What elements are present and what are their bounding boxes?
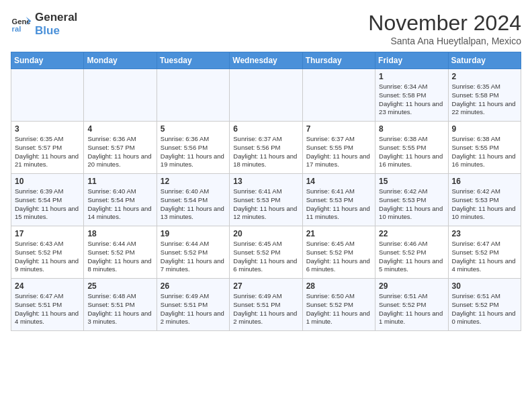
day-number: 7 xyxy=(306,124,372,134)
day-number: 6 xyxy=(233,124,299,134)
calendar-header-row: SundayMondayTuesdayWednesdayThursdayFrid… xyxy=(11,52,521,69)
logo: Gene ral General Blue xyxy=(11,11,77,38)
logo-icon: Gene ral xyxy=(11,13,32,35)
day-cell: 14Sunrise: 6:41 AM Sunset: 5:53 PM Dayli… xyxy=(302,174,375,226)
day-info: Sunrise: 6:51 AM Sunset: 5:52 PM Dayligh… xyxy=(379,292,443,325)
day-cell: 30Sunrise: 6:51 AM Sunset: 5:52 PM Dayli… xyxy=(448,279,521,331)
week-row-3: 10Sunrise: 6:39 AM Sunset: 5:54 PM Dayli… xyxy=(11,174,521,226)
day-number: 2 xyxy=(452,72,518,81)
day-cell: 29Sunrise: 6:51 AM Sunset: 5:52 PM Dayli… xyxy=(375,279,448,331)
day-info: Sunrise: 6:36 AM Sunset: 5:57 PM Dayligh… xyxy=(87,135,151,168)
header-tuesday: Tuesday xyxy=(157,52,229,69)
day-info: Sunrise: 6:42 AM Sunset: 5:53 PM Dayligh… xyxy=(379,187,443,220)
day-cell xyxy=(302,69,375,122)
day-cell: 12Sunrise: 6:40 AM Sunset: 5:54 PM Dayli… xyxy=(157,174,229,226)
day-cell: 15Sunrise: 6:42 AM Sunset: 5:53 PM Dayli… xyxy=(375,174,448,226)
day-info: Sunrise: 6:37 AM Sunset: 5:55 PM Dayligh… xyxy=(306,135,370,168)
page-header: Gene ral General Blue November 2024 Sant… xyxy=(11,11,521,46)
day-cell: 8Sunrise: 6:38 AM Sunset: 5:55 PM Daylig… xyxy=(375,122,448,174)
day-info: Sunrise: 6:39 AM Sunset: 5:54 PM Dayligh… xyxy=(15,187,79,220)
day-number: 22 xyxy=(379,229,445,238)
day-number: 23 xyxy=(452,229,518,238)
day-cell: 25Sunrise: 6:48 AM Sunset: 5:51 PM Dayli… xyxy=(84,279,157,331)
day-cell: 4Sunrise: 6:36 AM Sunset: 5:57 PM Daylig… xyxy=(84,122,157,174)
day-number: 12 xyxy=(161,177,226,186)
day-cell: 3Sunrise: 6:35 AM Sunset: 5:57 PM Daylig… xyxy=(11,122,84,174)
header-saturday: Saturday xyxy=(448,52,521,69)
day-number: 28 xyxy=(306,281,372,291)
day-cell: 9Sunrise: 6:38 AM Sunset: 5:55 PM Daylig… xyxy=(448,122,521,174)
day-cell: 10Sunrise: 6:39 AM Sunset: 5:54 PM Dayli… xyxy=(11,174,84,226)
day-number: 1 xyxy=(379,72,445,81)
day-info: Sunrise: 6:35 AM Sunset: 5:57 PM Dayligh… xyxy=(15,135,79,168)
day-number: 10 xyxy=(15,177,81,186)
day-cell: 18Sunrise: 6:44 AM Sunset: 5:52 PM Dayli… xyxy=(84,226,157,279)
day-info: Sunrise: 6:49 AM Sunset: 5:51 PM Dayligh… xyxy=(161,292,224,325)
day-number: 15 xyxy=(379,177,445,186)
day-cell: 11Sunrise: 6:40 AM Sunset: 5:54 PM Dayli… xyxy=(84,174,157,226)
logo-line1: General xyxy=(35,11,77,24)
day-info: Sunrise: 6:43 AM Sunset: 5:52 PM Dayligh… xyxy=(15,240,79,273)
week-row-2: 3Sunrise: 6:35 AM Sunset: 5:57 PM Daylig… xyxy=(11,122,521,174)
header-sunday: Sunday xyxy=(11,52,84,69)
day-cell: 26Sunrise: 6:49 AM Sunset: 5:51 PM Dayli… xyxy=(157,279,229,331)
day-info: Sunrise: 6:51 AM Sunset: 5:52 PM Dayligh… xyxy=(452,292,516,325)
day-info: Sunrise: 6:44 AM Sunset: 5:52 PM Dayligh… xyxy=(161,240,224,273)
day-number: 24 xyxy=(15,281,81,291)
day-cell: 5Sunrise: 6:36 AM Sunset: 5:56 PM Daylig… xyxy=(157,122,229,174)
day-info: Sunrise: 6:40 AM Sunset: 5:54 PM Dayligh… xyxy=(87,187,151,220)
week-row-4: 17Sunrise: 6:43 AM Sunset: 5:52 PM Dayli… xyxy=(11,226,521,279)
day-cell: 28Sunrise: 6:50 AM Sunset: 5:52 PM Dayli… xyxy=(302,279,375,331)
day-info: Sunrise: 6:47 AM Sunset: 5:51 PM Dayligh… xyxy=(15,292,79,325)
day-cell: 20Sunrise: 6:45 AM Sunset: 5:52 PM Dayli… xyxy=(230,226,302,279)
day-cell: 1Sunrise: 6:34 AM Sunset: 5:58 PM Daylig… xyxy=(375,69,448,122)
day-info: Sunrise: 6:48 AM Sunset: 5:51 PM Dayligh… xyxy=(87,292,151,325)
day-info: Sunrise: 6:50 AM Sunset: 5:52 PM Dayligh… xyxy=(306,292,370,325)
day-number: 17 xyxy=(15,229,81,238)
day-info: Sunrise: 6:49 AM Sunset: 5:51 PM Dayligh… xyxy=(233,292,297,325)
day-cell xyxy=(157,69,229,122)
month-title: November 2024 xyxy=(368,11,521,36)
day-number: 11 xyxy=(87,177,153,186)
location-subtitle: Santa Ana Hueytlalpan, Mexico xyxy=(368,36,521,46)
day-number: 26 xyxy=(161,281,226,291)
day-info: Sunrise: 6:42 AM Sunset: 5:53 PM Dayligh… xyxy=(452,187,516,220)
day-cell: 24Sunrise: 6:47 AM Sunset: 5:51 PM Dayli… xyxy=(11,279,84,331)
day-number: 3 xyxy=(15,124,81,134)
day-number: 30 xyxy=(452,281,518,291)
day-cell: 27Sunrise: 6:49 AM Sunset: 5:51 PM Dayli… xyxy=(230,279,302,331)
day-number: 13 xyxy=(233,177,299,186)
day-cell: 16Sunrise: 6:42 AM Sunset: 5:53 PM Dayli… xyxy=(448,174,521,226)
day-info: Sunrise: 6:37 AM Sunset: 5:56 PM Dayligh… xyxy=(233,135,297,168)
day-number: 5 xyxy=(161,124,226,134)
day-cell: 7Sunrise: 6:37 AM Sunset: 5:55 PM Daylig… xyxy=(302,122,375,174)
day-number: 27 xyxy=(233,281,299,291)
title-block: November 2024 Santa Ana Hueytlalpan, Mex… xyxy=(368,11,521,46)
day-number: 18 xyxy=(87,229,153,238)
day-info: Sunrise: 6:35 AM Sunset: 5:58 PM Dayligh… xyxy=(452,83,516,116)
day-info: Sunrise: 6:41 AM Sunset: 5:53 PM Dayligh… xyxy=(233,187,297,220)
header-monday: Monday xyxy=(84,52,157,69)
day-info: Sunrise: 6:38 AM Sunset: 5:55 PM Dayligh… xyxy=(379,135,443,168)
day-number: 29 xyxy=(379,281,445,291)
header-wednesday: Wednesday xyxy=(230,52,302,69)
day-number: 19 xyxy=(161,229,226,238)
calendar-table: SundayMondayTuesdayWednesdayThursdayFrid… xyxy=(11,52,521,331)
day-info: Sunrise: 6:45 AM Sunset: 5:52 PM Dayligh… xyxy=(306,240,370,273)
day-info: Sunrise: 6:45 AM Sunset: 5:52 PM Dayligh… xyxy=(233,240,297,273)
day-info: Sunrise: 6:38 AM Sunset: 5:55 PM Dayligh… xyxy=(452,135,516,168)
day-cell: 23Sunrise: 6:47 AM Sunset: 5:52 PM Dayli… xyxy=(448,226,521,279)
week-row-1: 1Sunrise: 6:34 AM Sunset: 5:58 PM Daylig… xyxy=(11,69,521,122)
day-number: 9 xyxy=(452,124,518,134)
header-friday: Friday xyxy=(375,52,448,69)
week-row-5: 24Sunrise: 6:47 AM Sunset: 5:51 PM Dayli… xyxy=(11,279,521,331)
day-number: 20 xyxy=(233,229,299,238)
day-cell: 21Sunrise: 6:45 AM Sunset: 5:52 PM Dayli… xyxy=(302,226,375,279)
svg-text:ral: ral xyxy=(12,26,21,34)
day-info: Sunrise: 6:41 AM Sunset: 5:53 PM Dayligh… xyxy=(306,187,370,220)
day-cell: 19Sunrise: 6:44 AM Sunset: 5:52 PM Dayli… xyxy=(157,226,229,279)
day-cell xyxy=(230,69,302,122)
day-info: Sunrise: 6:44 AM Sunset: 5:52 PM Dayligh… xyxy=(87,240,151,273)
day-cell: 6Sunrise: 6:37 AM Sunset: 5:56 PM Daylig… xyxy=(230,122,302,174)
day-number: 4 xyxy=(87,124,153,134)
